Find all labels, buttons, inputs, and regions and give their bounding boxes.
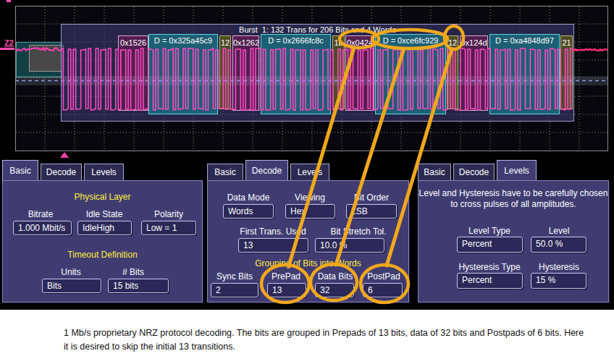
hysteresis-type-label: Hysteresis Type xyxy=(453,262,526,272)
hysteresis-type-field[interactable]: Percent xyxy=(457,273,523,289)
bit-stretch-field[interactable]: 10.0 % xyxy=(315,238,384,253)
decode-segment-sync: 12 xyxy=(447,35,458,109)
units-label: Units xyxy=(35,267,107,277)
trigger-position-marker[interactable] xyxy=(60,152,69,158)
polarity-label: Polarity xyxy=(133,209,205,219)
caption-line1: 1 Mb/s proprietary NRZ protocol decoding… xyxy=(64,326,600,340)
decode-segment-data: D = 0xce6fc929 xyxy=(375,34,446,114)
levels-note-line1: Level and Hysteresis have to be carefull… xyxy=(419,188,608,198)
tab-decode[interactable]: Decode xyxy=(245,160,288,180)
polarity-field[interactable]: Low = 1 xyxy=(141,221,196,235)
bit-order-field[interactable]: LSB xyxy=(346,204,397,219)
decode-segment-prepad: 0x124d xyxy=(460,35,488,111)
data-bits-field[interactable]: 32 xyxy=(315,283,354,297)
trigger-time-marker xyxy=(7,0,11,2)
bit-stretch-label: Bit Stretch Tol. xyxy=(315,227,402,237)
tab-levels[interactable]: Levels xyxy=(84,164,124,180)
figure-caption: 1 Mb/s proprietary NRZ protocol decoding… xyxy=(64,326,600,354)
burst-label: Burst 1: 132 Trans for 206 Bits and 4 Wo… xyxy=(62,25,573,34)
panel-levels: Basic Decode Levels Level and Hysteresis… xyxy=(418,160,609,302)
decode-segment-data: D = 0x325a45c9 xyxy=(148,34,218,114)
waveform-display: Z2 Burst 1: 132 Trans for 206 Bits and 4… xyxy=(0,0,614,161)
page: Z2 Burst 1: 132 Trans for 206 Bits and 4… xyxy=(0,0,614,364)
decode-segment-prepad: 0x1262 xyxy=(232,35,259,111)
first-trans-label: First Trans. Used xyxy=(230,227,316,237)
decode-segment-prepad: 0x0424 xyxy=(345,35,374,111)
panel-decode-body: Data Mode Viewing Bit Order Words Hex LS… xyxy=(207,180,409,302)
bit-order-label: Bit Order xyxy=(335,192,408,203)
prepad-field[interactable]: 13 xyxy=(267,283,306,297)
panel-basic-tabs: Basic Decode Levels xyxy=(2,160,124,180)
decode-segment-sync: 12 xyxy=(219,35,231,109)
caption-line2: it is desired to skip the initial 13 tra… xyxy=(64,340,600,354)
tab-decode[interactable]: Decode xyxy=(453,164,495,180)
decode-segment-data: D = 0xa4848d97 xyxy=(489,34,560,114)
idle-state-label: Idle State xyxy=(68,209,140,219)
panel-decode: Basic Decode Levels Data Mode Viewing Bi… xyxy=(207,160,409,302)
level-type-label: Level Type xyxy=(453,226,526,236)
numbits-field[interactable]: 15 bits xyxy=(108,279,169,293)
units-field[interactable]: Bits xyxy=(42,279,101,293)
numbits-label: # Bits xyxy=(97,267,169,277)
grouping-heading: Grouping of Bits into Words xyxy=(208,258,408,268)
level-type-field[interactable]: Percent xyxy=(457,237,523,253)
channel-z2-label: Z2 xyxy=(4,38,14,47)
hysteresis-field[interactable]: 15 % xyxy=(531,273,586,289)
decode-segment-sync: 21 xyxy=(560,35,573,109)
oscilloscope-screen: Z2 Burst 1: 132 Trans for 206 Bits and 4… xyxy=(0,0,614,310)
postpad-label: PostPad xyxy=(355,271,413,282)
zoom-source-box xyxy=(29,45,64,72)
physical-layer-heading: Physical Layer xyxy=(3,192,202,202)
tab-levels[interactable]: Levels xyxy=(497,160,537,180)
sync-bits-label: Sync Bits xyxy=(208,271,261,282)
postpad-field[interactable]: 6 xyxy=(363,283,403,297)
channel-level-marker xyxy=(0,48,14,50)
decode-segment-data: D = 0x2666fc8c xyxy=(261,34,331,114)
idle-state-field[interactable]: IdleHigh xyxy=(77,221,132,235)
decode-segment-prepad: 0x1526 xyxy=(118,35,148,111)
viewing-field[interactable]: Hex xyxy=(285,204,335,219)
level-field[interactable]: 50.0 % xyxy=(531,237,586,253)
first-trans-field[interactable]: 13 xyxy=(238,238,308,253)
data-mode-field[interactable]: Words xyxy=(223,204,274,219)
panel-basic-body: Physical Layer Bitrate Idle State Polari… xyxy=(2,180,203,302)
tab-levels[interactable]: Levels xyxy=(290,164,329,180)
tab-basic[interactable]: Basic xyxy=(2,160,38,180)
decode-segment-sync: 1b xyxy=(332,35,345,109)
hysteresis-label: Hysteresis xyxy=(523,262,595,272)
hysteresis-band xyxy=(15,76,608,85)
panel-levels-tabs: Basic Decode Levels xyxy=(418,160,537,180)
panel-basic: Basic Decode Levels Physical Layer Bitra… xyxy=(2,160,203,302)
levels-note-line2: to cross pulses of all amplitudes. xyxy=(419,199,608,209)
bitrate-field[interactable]: 1.000 Mbit/s xyxy=(13,221,72,235)
panel-levels-body: Level and Hysteresis have to be carefull… xyxy=(418,180,609,302)
level-label: Level xyxy=(523,226,595,236)
timeout-definition-heading: Timeout Definition xyxy=(3,250,202,260)
tab-basic[interactable]: Basic xyxy=(207,164,243,180)
bitrate-label: Bitrate xyxy=(4,209,77,219)
sync-bits-field[interactable]: 2 xyxy=(211,283,258,297)
panel-decode-tabs: Basic Decode Levels xyxy=(207,160,329,180)
tab-decode[interactable]: Decode xyxy=(41,164,82,180)
tab-basic[interactable]: Basic xyxy=(418,164,451,180)
